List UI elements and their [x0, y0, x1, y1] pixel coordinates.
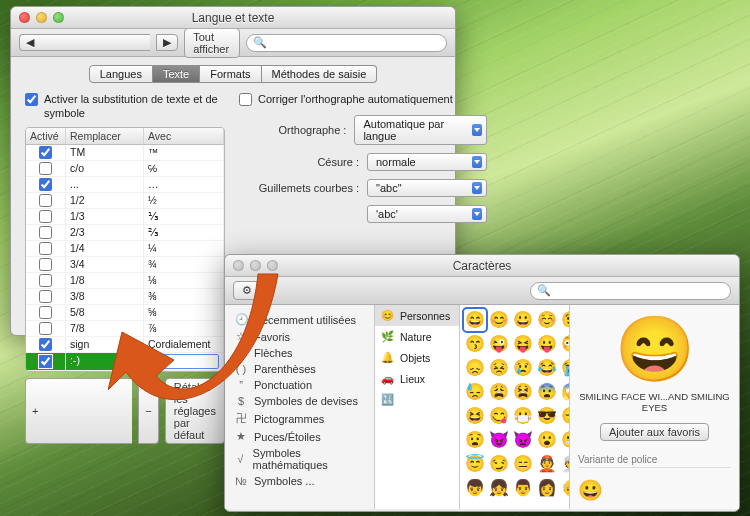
emoji-cell[interactable]: 😀	[512, 309, 534, 331]
row-replace-cell[interactable]: 3/8	[66, 289, 144, 305]
add-to-favorites-button[interactable]: Ajouter aux favoris	[600, 423, 709, 441]
row-replace-cell[interactable]: ...	[66, 177, 144, 193]
row-with-cell[interactable]: ™	[144, 145, 224, 161]
emoji-cell[interactable]: ☺️	[536, 309, 558, 331]
emoji-cell[interactable]: 😮	[536, 429, 558, 451]
table-row[interactable]: 1/2½	[26, 193, 224, 209]
row-active-checkbox[interactable]	[39, 242, 52, 255]
row-with-cell[interactable]: …	[144, 177, 224, 193]
col-active[interactable]: Activé	[26, 128, 66, 145]
ortho-select[interactable]: Automatique par langue	[354, 115, 487, 145]
row-with-cell[interactable]: ℅	[144, 161, 224, 177]
table-row[interactable]: ...…	[26, 177, 224, 193]
sidebar-item[interactable]: №Symboles ...	[225, 473, 374, 489]
tab-input-methods[interactable]: Méthodes de saisie	[262, 65, 378, 83]
row-active-checkbox[interactable]	[39, 194, 52, 207]
emoji-cell[interactable]: 👨	[512, 477, 534, 499]
emoji-cell[interactable]: 😳	[560, 333, 569, 355]
table-row[interactable]: 2/3⅔	[26, 225, 224, 241]
row-replace-cell[interactable]: 2/3	[66, 225, 144, 241]
row-replace-cell[interactable]: 7/8	[66, 321, 144, 337]
emoji-cell[interactable]: 😝	[512, 333, 534, 355]
col-replace[interactable]: Remplacer	[66, 128, 144, 145]
restore-defaults-button[interactable]: Rétablir les réglages par défaut	[165, 378, 225, 444]
row-active-checkbox[interactable]	[39, 355, 52, 368]
row-replace-cell[interactable]: 1/2	[66, 193, 144, 209]
emoji-cell[interactable]: 😙	[464, 333, 486, 355]
search-input[interactable]: 🔍	[530, 282, 731, 300]
emoji-cell[interactable]: 😨	[536, 381, 558, 403]
row-replace-cell[interactable]: sign	[66, 337, 144, 353]
auto-spell-checkbox[interactable]: Corriger l'orthographe automatiquement	[239, 93, 487, 107]
row-with-cell[interactable]: ⅔	[144, 225, 224, 241]
emoji-cell[interactable]: 👩	[536, 477, 558, 499]
tab-formats[interactable]: Formats	[200, 65, 261, 83]
forward-button[interactable]: ▶	[156, 34, 178, 51]
emoji-cell[interactable]: 👲	[536, 453, 558, 475]
sidebar-item[interactable]: ☆Favoris	[225, 328, 374, 345]
row-replace-cell[interactable]: TM	[66, 145, 144, 161]
emoji-cell[interactable]: 😞	[464, 357, 486, 379]
remove-row-button[interactable]: −	[138, 378, 158, 444]
row-with-cell[interactable]: ¼	[144, 241, 224, 257]
search-field[interactable]	[271, 35, 440, 50]
table-row[interactable]: signCordialement	[26, 337, 224, 353]
close-icon[interactable]	[19, 12, 30, 23]
tab-text[interactable]: Texte	[153, 65, 200, 83]
emoji-cell[interactable]: 😩	[488, 381, 510, 403]
show-all-button[interactable]: Tout afficher	[184, 28, 240, 58]
sidebar-item[interactable]: ( )Parenthèses	[225, 361, 374, 377]
emoji-cell[interactable]: 😎	[536, 405, 558, 427]
category-item[interactable]: 😊Personnes	[375, 305, 459, 326]
enable-substitution-checkbox[interactable]: Activer la substitution de texte et de s…	[25, 93, 225, 121]
row-with-cell[interactable]: Cordialement	[144, 337, 224, 353]
row-with-cell[interactable]: ⅓	[144, 209, 224, 225]
emoji-cell[interactable]: 😂	[536, 357, 558, 379]
search-field[interactable]	[555, 283, 724, 298]
row-replace-cell[interactable]: :-)	[66, 353, 144, 371]
row-active-checkbox[interactable]	[39, 146, 52, 159]
table-row[interactable]: TM™	[26, 145, 224, 161]
emoji-cell[interactable]: 😆	[464, 405, 486, 427]
row-with-cell[interactable]: ½	[144, 193, 224, 209]
guillemets-select-single[interactable]: 'abc'	[367, 205, 487, 223]
emoji-cell[interactable]: 😛	[536, 333, 558, 355]
sidebar-item[interactable]: 卍Pictogrammes	[225, 409, 374, 428]
sidebar-item[interactable]: $Symboles de devises	[225, 393, 374, 409]
row-active-checkbox[interactable]	[39, 306, 52, 319]
settings-button[interactable]: ⚙︎ ▾	[233, 281, 271, 300]
row-active-checkbox[interactable]	[39, 322, 52, 335]
emoji-cell[interactable]: 😭	[560, 357, 569, 379]
emoji-cell[interactable]: 😄	[464, 309, 486, 331]
emoji-cell[interactable]: 😈	[488, 429, 510, 451]
sidebar-item[interactable]: √Symboles mathématiques	[225, 445, 374, 473]
row-active-checkbox[interactable]	[39, 274, 52, 287]
row-replace-cell[interactable]: 5/8	[66, 305, 144, 321]
back-button[interactable]: ◀	[19, 34, 150, 51]
row-with-cell[interactable]	[144, 353, 224, 371]
zoom-icon[interactable]	[53, 12, 64, 23]
row-with-cell[interactable]: ⅝	[144, 305, 224, 321]
emoji-cell[interactable]: 👿	[512, 429, 534, 451]
emoji-cell[interactable]: 😜	[488, 333, 510, 355]
table-row[interactable]: 3/8⅜	[26, 289, 224, 305]
table-row[interactable]: c/o℅	[26, 161, 224, 177]
row-replace-cell[interactable]: 3/4	[66, 257, 144, 273]
emoji-cell[interactable]: 😊	[488, 309, 510, 331]
row-replace-cell[interactable]: 1/8	[66, 273, 144, 289]
category-item[interactable]: 🔣	[375, 389, 459, 410]
emoji-cell[interactable]: 😷	[512, 405, 534, 427]
row-with-cell[interactable]: ⅜	[144, 289, 224, 305]
table-row[interactable]: 1/8⅛	[26, 273, 224, 289]
cesure-select[interactable]: normale	[367, 153, 487, 171]
table-row[interactable]: 5/8⅝	[26, 305, 224, 321]
emoji-cell[interactable]: 😱	[560, 381, 569, 403]
emoji-cell[interactable]: 😇	[464, 453, 486, 475]
minimize-icon[interactable]	[250, 260, 261, 271]
emoji-cell[interactable]: 😬	[560, 429, 569, 451]
emoji-cell[interactable]: 😢	[512, 357, 534, 379]
table-row[interactable]: 7/8⅞	[26, 321, 224, 337]
row-with-cell[interactable]: ¾	[144, 257, 224, 273]
row-replace-cell[interactable]: 1/3	[66, 209, 144, 225]
emoji-cell[interactable]: 👧	[488, 477, 510, 499]
